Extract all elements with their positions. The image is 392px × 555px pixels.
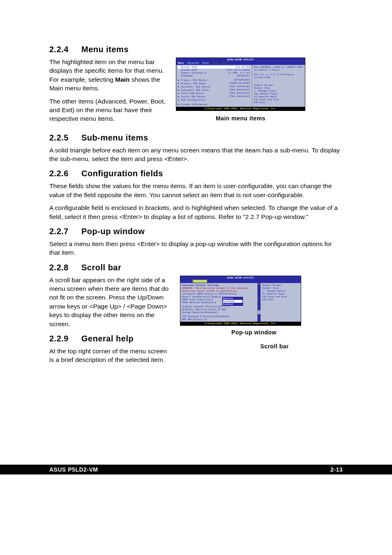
heading-228-title: Scroll bar <box>81 263 121 272</box>
heading-227: 2.2.7 Pop-up window <box>49 227 343 236</box>
bios2-body: Advanced Chipset settings WARNING: Setti… <box>180 283 301 322</box>
bios1-footer: (C)Copyright 1985-2002, American Megatre… <box>176 107 305 111</box>
heading-226: 2.2.6 Configuration fields <box>49 169 343 178</box>
bios1-row[interactable]: ▶ Primary IDE Master:[ST320413A] <box>178 78 250 82</box>
bios2-warning: WARNING: Setting wrong values in the sec… <box>182 287 256 292</box>
caption-scroll-bar: Scroll bar <box>180 343 301 350</box>
bios2-title: BIOS SETUP UTILITY <box>180 276 301 280</box>
heading-226-title: Configuration fields <box>81 169 163 178</box>
col-224-figure: BIOS SETUP UTILITY Main Advanced Power B… <box>176 58 305 127</box>
bios2-key-line: F10 Save and Exit <box>262 295 299 298</box>
heading-224: 2.2.4 Menu items <box>49 45 343 54</box>
bios2-row[interactable]: DRAm Refresh Rate[Auto] <box>182 301 256 304</box>
caption-main-menu-items: Main menu items <box>176 115 305 122</box>
heading-226-num: 2.2.6 <box>49 169 81 178</box>
bios2-heading: Advanced Chipset settings <box>182 284 256 287</box>
bios1-tabs: Main Advanced Power Boot Exit <box>176 62 305 65</box>
bios1-title: BIOS SETUP UTILITY <box>176 58 305 62</box>
p-227-1: Select a menu item then press <Enter> to… <box>49 240 343 257</box>
bios1-row[interactable]: ▶ Secondary IDE Master:[Not Detected] <box>178 85 250 88</box>
bios2-row[interactable]: Graphic Adapter Priority[AGP/PCI] <box>182 305 256 308</box>
bios2-tab-advanced[interactable]: Advanced <box>193 280 207 283</box>
bios1-row[interactable]: System Time[11:10:19] <box>178 66 250 69</box>
scroll-up-icon[interactable]: ▲ <box>258 283 261 286</box>
bios2-keys: Select Screen Select Item+- Change Optio… <box>262 284 299 301</box>
heading-229-title: General help <box>81 334 134 343</box>
p-225-1: A solid triangle before each item on any… <box>49 146 343 164</box>
bios1-tab-main[interactable]: Main <box>178 62 184 64</box>
bios1-keys: Select Screen Select Item+- Change Field… <box>254 84 303 104</box>
bios2-items: Configure DRAM Timing by SPD[Enabled]Mem… <box>182 292 256 321</box>
bios1-help1: Use [ENTER], [TAB] or [SHIFT-TAB] to sel… <box>254 66 303 71</box>
footer-right: 2-13 <box>330 466 343 473</box>
heading-227-num: 2.2.7 <box>49 227 81 236</box>
heading-225: 2.2.5 Sub-menu items <box>49 133 343 143</box>
bios1-key-line: +- Change Field <box>254 90 303 92</box>
bios2-key-line: +- Change Option <box>262 290 299 292</box>
p-228-1: A scroll bar appears on the right side o… <box>49 276 173 328</box>
bios1-key-line: Tab Select Field <box>254 92 303 95</box>
heading-224-title: Menu items <box>81 45 129 54</box>
bios2-row[interactable]: ICH Delayed Transaction[Enabled] <box>182 315 256 318</box>
bios2-footer: (C)Copyright 1985-2002, American Megatre… <box>180 322 301 325</box>
bios2-key-line: ESC Exit <box>262 298 299 301</box>
bios1-menu: System Time[11:10:19] System Date[Thu 03… <box>176 65 252 107</box>
bios2-row[interactable]: Spread Spectrum[Enabled] <box>182 311 256 314</box>
heading-228: 2.2.8 Scroll bar <box>49 263 343 272</box>
bios2-help: Select Screen Select Item+- Change Optio… <box>261 283 301 322</box>
page-footer: ASUS P5LD2-VM 2-13 <box>0 465 392 474</box>
heading-227-title: Pop-up window <box>81 227 145 236</box>
heading-229: 2.2.9 General help <box>49 334 173 343</box>
heading-224-num: 2.2.4 <box>49 45 81 54</box>
p-224-1b: Main <box>115 76 129 83</box>
bios1-row[interactable]: ▶ Fourth IDE Master:[Not Detected] <box>178 95 250 98</box>
bios1-row[interactable]: Legacy Diskette A[1.44M, 3.5 in] <box>178 71 250 74</box>
bios1-row[interactable]: ▶ System Information <box>178 103 250 106</box>
p-226-1: These fields show the values for the men… <box>49 182 343 199</box>
col-228-figure: BIOS SETUP UTILITY Advanced Advanced Chi… <box>180 276 301 368</box>
caption-popup-window: Pop-up window <box>180 329 301 336</box>
bios1-key-line: ESC Exit <box>254 101 303 104</box>
bios-main-screenshot: BIOS SETUP UTILITY Main Advanced Power B… <box>176 58 305 111</box>
bios1-help2: Use [+] or [-] to configure system time. <box>254 73 303 79</box>
bios2-key-line: F1 General Help <box>262 292 299 295</box>
bios1-row[interactable]: ▶ Primary IDE Slave:[ASUS CD-S340] <box>178 82 250 85</box>
bios1-row[interactable]: ▶ Third IDE Master:[Not Detected] <box>178 92 250 95</box>
bios2-row[interactable]: DRAM Idle Timer[Auto] <box>182 298 256 301</box>
bios1-tab-exit[interactable]: Exit <box>222 62 228 64</box>
p-226-2: A configurable field is enclosed in brac… <box>49 203 343 221</box>
heading-228-num: 2.2.8 <box>49 263 81 272</box>
bios1-tab-advanced[interactable]: Advanced <box>187 62 199 64</box>
bios2-row[interactable]: Memory Acceleration Mode[Auto] <box>182 295 256 298</box>
p-229-1: At the top right corner of the menu scre… <box>49 347 173 364</box>
bios1-row[interactable]: System Date[Thu 03/27/2003] <box>178 69 250 71</box>
bios1-help: Use [ENTER], [TAB] or [SHIFT-TAB] to sel… <box>252 65 305 107</box>
p-224-1: The highlighted item on the menu bar dis… <box>49 58 168 93</box>
bios2-menu: Advanced Chipset settings WARNING: Setti… <box>180 283 258 322</box>
heading-225-title: Sub-menu items <box>81 133 148 143</box>
bios1-key-line: Select Screen <box>254 84 303 87</box>
p-224-2: The other items (Advanced, Power, Boot, … <box>49 97 168 123</box>
bios1-row[interactable]: ▶ IDE Configuration <box>178 98 250 101</box>
footer-left: ASUS P5LD2-VM <box>49 466 98 473</box>
bios2-row[interactable]: Configure DRAM Timing by SPD[Enabled] <box>182 292 256 295</box>
bios2-scrollbar[interactable]: ▲ <box>258 283 261 322</box>
bios2-popup-title: Options <box>223 297 242 300</box>
bios1-key-line: Select Item <box>254 87 303 90</box>
bios2-popup-opt1[interactable]: Enabled <box>223 303 242 306</box>
bios1-key-line: F10 Save and Exit <box>254 98 303 101</box>
scroll-thumb[interactable] <box>258 310 261 314</box>
bios-popup-screenshot: BIOS SETUP UTILITY Advanced Advanced Chi… <box>180 276 301 326</box>
bios2-popup-opt0[interactable]: Disabled <box>223 300 242 303</box>
bios2-row[interactable]: Graphics Aperture Size[ 64 MB] <box>182 308 256 311</box>
bios1-row[interactable]: ▶ Secondary IDE Slave:[Not Detected] <box>178 88 250 92</box>
col-224-text: The highlighted item on the menu bar dis… <box>49 58 168 127</box>
bios2-popup[interactable]: Options Disabled Enabled <box>221 296 244 306</box>
bios1-tab-boot[interactable]: Boot <box>213 62 219 64</box>
bios1-tab-power[interactable]: Power <box>202 62 210 64</box>
row-228: A scroll bar appears on the right side o… <box>49 276 343 368</box>
bios1-row[interactable]: Language[English] <box>178 74 250 77</box>
bios1-key-line: F1 General Help <box>254 95 303 98</box>
bios2-row[interactable]: MPS Revision[1.4] <box>182 318 256 321</box>
col-228-text: A scroll bar appears on the right side o… <box>49 276 173 368</box>
